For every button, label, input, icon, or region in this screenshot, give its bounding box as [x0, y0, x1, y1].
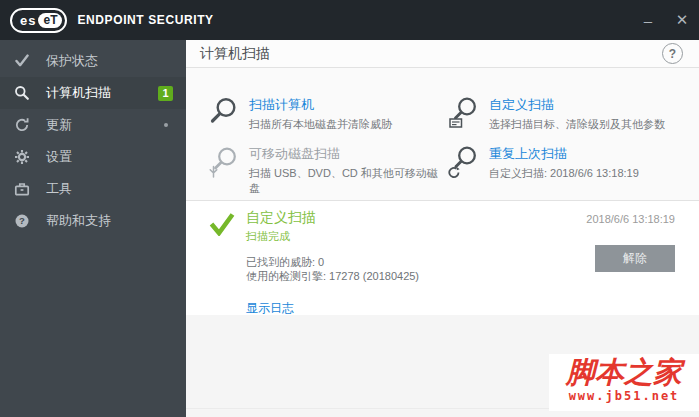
- option-scan-computer[interactable]: 扫描计算机 扫描所有本地磁盘并清除威胁: [208, 96, 448, 136]
- option-title-link: 可移动磁盘扫描: [249, 145, 448, 163]
- option-subtitle: 扫描所有本地磁盘并清除威胁: [249, 117, 392, 132]
- help-icon: ?: [14, 213, 32, 229]
- sidebar-item-label: 计算机扫描: [46, 84, 111, 102]
- magnifier-usb-icon: [208, 145, 242, 179]
- watermark-site-url: www.jb51.net: [549, 389, 699, 403]
- minimize-button[interactable]: –: [631, 12, 665, 29]
- magnifier-list-icon: [448, 96, 482, 130]
- option-removable-media-scan[interactable]: 可移动磁盘扫描 扫描 USB、DVD、CD 和其他可移动磁盘: [208, 145, 448, 200]
- scan-options: 扫描计算机 扫描所有本地磁盘并清除威胁 自定义扫描 选择扫描目标、清除级别及其他…: [186, 68, 699, 201]
- eset-logo: es eT: [10, 8, 67, 33]
- option-title-link[interactable]: 扫描计算机: [249, 96, 392, 114]
- sidebar: 保护状态 计算机扫描 1 更新 设置 工具 ? 帮助和支持: [0, 40, 186, 417]
- page-header: 计算机扫描 ?: [186, 40, 699, 68]
- magnifier-icon: [208, 96, 242, 130]
- sidebar-item-label: 帮助和支持: [46, 212, 111, 230]
- product-name: ENDPOINT SECURITY: [77, 13, 213, 27]
- option-repeat-last-scan[interactable]: 重复上次扫描 自定义扫描: 2018/6/6 13:18:19: [448, 145, 699, 200]
- refresh-icon: [14, 117, 32, 133]
- page-title: 计算机扫描: [200, 45, 270, 63]
- gear-icon: [14, 149, 32, 165]
- sidebar-item-label: 保护状态: [46, 52, 98, 70]
- option-subtitle: 自定义扫描: 2018/6/6 13:18:19: [489, 166, 639, 181]
- option-title-link[interactable]: 重复上次扫描: [489, 145, 639, 163]
- search-icon: [14, 85, 32, 101]
- eset-logo-text-left: es: [20, 14, 36, 27]
- titlebar: es eT ENDPOINT SECURITY – ✕: [0, 0, 699, 40]
- sidebar-item-protection-status[interactable]: 保护状态: [0, 45, 186, 77]
- scan-result-panel: 自定义扫描 扫描完成 已找到的威胁: 0 使用的检测引擎: 17278 (201…: [186, 201, 699, 315]
- sidebar-item-label: 工具: [46, 180, 72, 198]
- close-button[interactable]: ✕: [665, 11, 699, 29]
- eset-logo-text-right: eT: [38, 13, 62, 28]
- svg-text:?: ?: [19, 215, 25, 226]
- sidebar-item-help-support[interactable]: ? 帮助和支持: [0, 205, 186, 237]
- check-icon: [14, 53, 32, 69]
- sidebar-item-label: 设置: [46, 148, 72, 166]
- option-subtitle: 选择扫描目标、清除级别及其他参数: [489, 117, 665, 132]
- scan-timestamp: 2018/6/6 13:18:19: [586, 213, 675, 225]
- briefcase-icon: [14, 181, 32, 197]
- window-controls: – ✕: [631, 0, 699, 40]
- sidebar-item-setup[interactable]: 设置: [0, 141, 186, 173]
- watermark-site-name: 脚本之家: [549, 356, 699, 388]
- success-check-icon: [209, 212, 235, 240]
- sidebar-item-tools[interactable]: 工具: [0, 173, 186, 205]
- sidebar-item-update[interactable]: 更新: [0, 109, 186, 141]
- option-custom-scan[interactable]: 自定义扫描 选择扫描目标、清除级别及其他参数: [448, 96, 699, 136]
- option-subtitle: 扫描 USB、DVD、CD 和其他可移动磁盘: [249, 166, 448, 196]
- dismiss-button[interactable]: 解除: [595, 245, 675, 272]
- update-notification-dot: [164, 123, 168, 127]
- page-help-icon[interactable]: ?: [662, 43, 683, 64]
- sidebar-item-label: 更新: [46, 116, 72, 134]
- watermark: 脚本之家 www.jb51.net: [549, 354, 699, 411]
- magnifier-repeat-icon: [448, 145, 482, 179]
- sidebar-item-computer-scan[interactable]: 计算机扫描 1: [0, 77, 186, 109]
- option-title-link[interactable]: 自定义扫描: [489, 96, 665, 114]
- scan-count-badge: 1: [158, 86, 173, 101]
- main-content: 计算机扫描 ? 扫描计算机 扫描所有本地磁盘并清除威胁 自定义扫描 选择扫描目标…: [186, 40, 699, 417]
- show-log-link[interactable]: 显示日志: [246, 300, 294, 317]
